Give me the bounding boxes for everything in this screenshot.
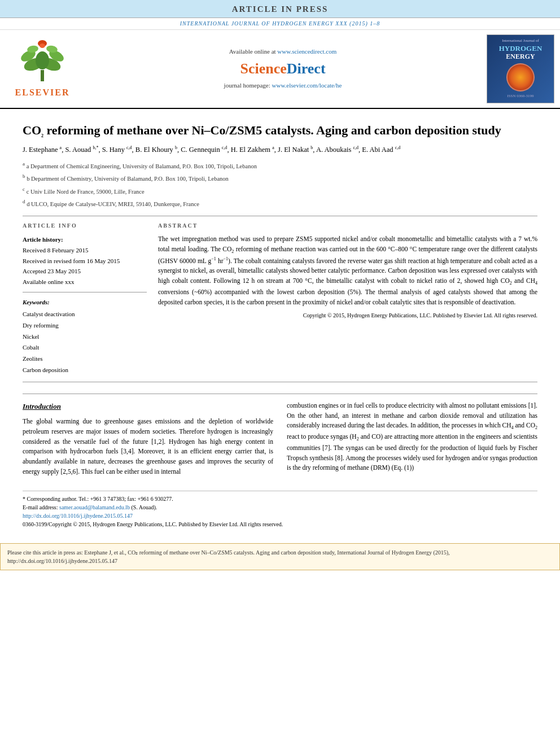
journal-header-bar: INTERNATIONAL JOURNAL OF HYDROGEN ENERGY… [0, 18, 560, 30]
introduction-heading: Introduction [23, 401, 273, 412]
divider [23, 216, 537, 216]
accepted-date: Accepted 23 May 2015 [23, 266, 147, 277]
cover-image [506, 63, 535, 91]
cover-intl-text: International Journal of [502, 38, 539, 44]
info-divider [23, 292, 147, 292]
svg-point-9 [40, 43, 45, 48]
keyword-2: Dry reforming [23, 320, 147, 331]
section-divider [23, 382, 537, 382]
article-history: Article history: Received 8 February 201… [23, 234, 147, 287]
abstract-label: ABSTRACT [158, 222, 537, 230]
elsevier-logo: ELSEVIER [6, 34, 79, 103]
body-right-col: combustion engines or in fuel cells to p… [287, 401, 537, 482]
available-online-text: Available online at www.sciencedirect.co… [229, 47, 337, 56]
elsevier-wordmark: ELSEVIER [15, 86, 70, 99]
abstract-text: The wet impregnation method was used to … [158, 234, 537, 307]
email-link[interactable]: samer.aouad@balamand.edu.lb [59, 504, 130, 510]
affiliations: a a Department of Chemical Engineering, … [23, 160, 537, 209]
abstract-copyright: Copyright © 2015, Hydrogen Energy Public… [158, 312, 537, 320]
keyword-5: Zeolites [23, 353, 147, 365]
paper-title: CO2 reforming of methane over Ni–Co/ZSM5… [23, 123, 537, 139]
received-date: Received 8 February 2015 [23, 245, 147, 256]
citation-bar: Please cite this article in press as: Es… [0, 543, 560, 570]
journal-homepage: journal homepage: www.elsevier.com/locat… [224, 81, 342, 90]
elsevier-tree-icon [17, 39, 68, 84]
issn-line: 0360-3199/Copyright © 2015, Hydrogen Ene… [23, 520, 537, 528]
article-in-press-banner: ARTICLE IN PRESS [0, 0, 560, 18]
article-info-abstract: ARTICLE INFO Article history: Received 8… [23, 222, 537, 376]
intro-paragraph-1: The global warming due to greenhouse gas… [23, 417, 273, 477]
body-content: Introduction The global warming due to g… [23, 394, 537, 528]
intro-paragraph-2: combustion engines or in fuel cells to p… [287, 401, 537, 473]
available-online: Available online xxx [23, 277, 147, 287]
body-two-col: Introduction The global warming due to g… [23, 401, 537, 482]
journal-cover: International Journal of HYDROGEN ENERGY… [487, 34, 554, 103]
body-left-col: Introduction The global warming due to g… [23, 401, 273, 482]
svg-rect-0 [41, 70, 44, 81]
affil-c: c c Univ Lille Nord de France, 59000, Li… [23, 185, 537, 196]
keyword-6: Carbon deposition [23, 365, 147, 376]
header-center: Available online at www.sciencedirect.co… [85, 34, 481, 103]
affil-b: b b Department of Chemistry, University … [23, 172, 537, 184]
article-info-col: ARTICLE INFO Article history: Received 8… [23, 222, 147, 376]
keyword-3: Nickel [23, 331, 147, 343]
article-info-label: ARTICLE INFO [23, 222, 147, 230]
received-revised-date: Received in revised form 16 May 2015 [23, 256, 147, 267]
keywords-list: Catalyst deactivation Dry reforming Nick… [23, 309, 147, 376]
corresponding-author-note: * Corresponding author. Tel.: +961 3 747… [23, 495, 537, 503]
cover-bottom: ISSN 0360-3199 [507, 94, 533, 99]
email-note: E-mail address: samer.aouad@balamand.edu… [23, 503, 537, 512]
authors-line: J. Estephane a, S. Aouad b,*, S. Hany c,… [23, 145, 537, 155]
footnote-area: * Corresponding author. Tel.: +961 3 747… [23, 491, 537, 528]
journal-homepage-link[interactable]: www.elsevier.com/locate/he [272, 82, 342, 89]
history-heading: Article history: [23, 234, 147, 245]
cover-title: HYDROGEN ENERGY [499, 44, 542, 61]
sciencedirect-url[interactable]: www.sciencedirect.com [277, 48, 336, 55]
svg-point-7 [36, 51, 49, 69]
affil-a: a a Department of Chemical Engineering, … [23, 160, 537, 171]
header-area: ELSEVIER Available online at www.science… [0, 30, 560, 109]
keyword-4: Cobalt [23, 342, 147, 353]
keywords-label: Keywords: [23, 298, 147, 307]
main-content: CO2 reforming of methane over Ni–Co/ZSM5… [0, 109, 560, 534]
affil-d: d d ULCO, Equipe de Catalyse-UCEIV, MREI… [23, 198, 537, 209]
sciencedirect-logo-text: ScienceDirect [240, 59, 325, 79]
keyword-1: Catalyst deactivation [23, 309, 147, 320]
doi-link[interactable]: http://dx.doi.org/10.1016/j.ijhydene.201… [23, 512, 537, 520]
abstract-col: ABSTRACT The wet impregnation method was… [158, 222, 537, 376]
